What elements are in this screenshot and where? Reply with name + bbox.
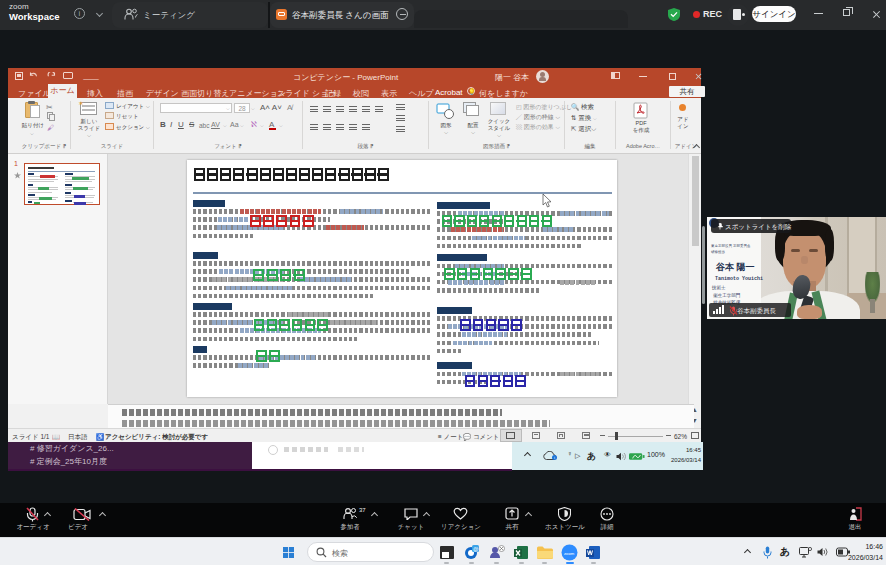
svg-text:zoom: zoom <box>564 551 575 556</box>
svg-text:@: @ <box>473 546 479 552</box>
